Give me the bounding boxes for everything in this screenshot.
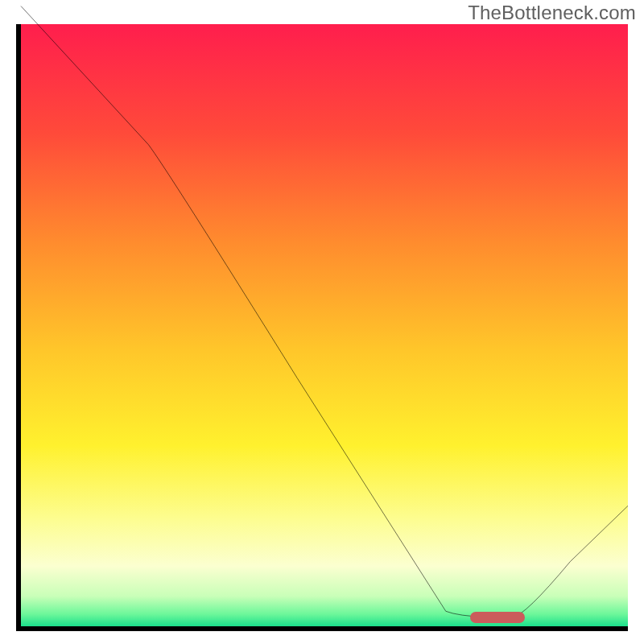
bottleneck-curve [21,6,628,617]
watermark-text: TheBottleneck.com [468,2,636,24]
chart-container: TheBottleneck.com [0,0,644,644]
optimal-range-marker [470,612,525,623]
curve-layer [21,24,628,626]
plot-area [16,24,628,631]
